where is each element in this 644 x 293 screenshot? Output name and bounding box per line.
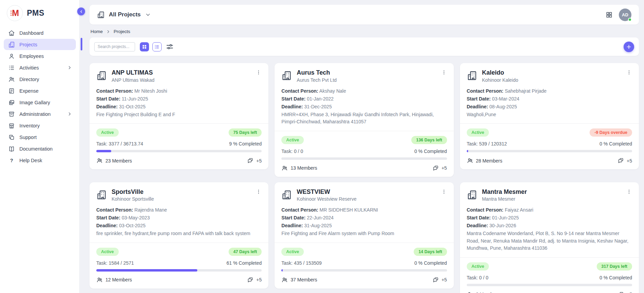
project-card-titles: Aurus Tech Aurus Tech Pvt Ltd xyxy=(297,69,336,83)
sidebar-item-activities[interactable]: Activities xyxy=(4,62,76,73)
sidebar-item-help-desk[interactable]: ? Help Desk xyxy=(4,155,76,166)
sidebar-item-dashboard[interactable]: Dashboard xyxy=(4,27,76,38)
filter-sliders-icon[interactable] xyxy=(166,43,174,51)
deadline-row: Deadline: 31-Dec-2025 xyxy=(281,103,447,111)
project-card[interactable]: ANP ULTIMAS ANP Ultimas Wakad Contact Pe… xyxy=(89,63,268,169)
kebab-menu-icon[interactable] xyxy=(626,69,632,76)
start-date-value: 11-Jun-2025 xyxy=(122,96,148,102)
chat-icon xyxy=(432,165,439,171)
kebab-menu-icon[interactable] xyxy=(255,69,262,76)
project-scope-dropdown[interactable]: All Projects xyxy=(97,11,151,19)
sidebar-collapse-button[interactable] xyxy=(77,7,85,15)
project-card-titles: Kaleido Kohinoor Kaleido xyxy=(482,69,518,83)
chat-group[interactable]: +5 xyxy=(432,277,447,283)
sidebar-item-projects[interactable]: Projects xyxy=(4,39,76,50)
task-count: Task: 435 / 153509 xyxy=(281,260,321,266)
start-date-label: Start Date: xyxy=(281,96,306,102)
project-card[interactable]: WESTVIEW Kohinoor Westview Reserve Conta… xyxy=(275,182,453,289)
card-footer: 28 Members +5 xyxy=(467,157,632,164)
sidebar-item-employees[interactable]: Employees xyxy=(4,50,76,62)
status-badge: Active xyxy=(96,248,119,256)
kebab-menu-icon[interactable] xyxy=(626,188,632,195)
project-title: ANP ULTIMAS xyxy=(112,69,154,76)
sidebar-item-expense[interactable]: Expense xyxy=(4,85,76,96)
card-divider xyxy=(89,243,268,243)
grid-view-button[interactable] xyxy=(140,42,149,51)
search-input[interactable] xyxy=(94,42,135,51)
chat-group[interactable]: +5 xyxy=(432,165,447,171)
members-group[interactable]: 13 Members xyxy=(281,165,317,171)
sidebar-active-indicator xyxy=(81,38,82,50)
project-card[interactable]: Kaleido Kohinoor Kaleido Contact Person:… xyxy=(460,63,639,169)
completed-percent: 0 % Completed xyxy=(414,149,447,154)
chat-group[interactable]: +5 xyxy=(617,291,632,293)
task-row: Task: 1584 / 2571 61 % Completed xyxy=(96,260,262,266)
sidebar-item-label: Administration xyxy=(19,111,51,117)
gallery-icon xyxy=(8,99,15,106)
sidebar-item-image-gallary[interactable]: Image Gallary xyxy=(4,97,76,108)
start-date-row: Start Date: 01-Jan-2022 xyxy=(281,95,447,103)
project-card[interactable]: Aurus Tech Aurus Tech Pvt Ltd Contact Pe… xyxy=(275,63,453,177)
members-group[interactable]: 3 Members xyxy=(467,291,500,293)
project-description: Fire Fighting and Fire Alarm system with… xyxy=(281,230,447,237)
start-date-row: Start Date: 11-Jun-2025 xyxy=(96,95,262,103)
sidebar-item-inventory[interactable]: Inventory xyxy=(4,120,76,131)
chevron-right-icon xyxy=(67,65,72,70)
completed-percent: 0 % Completed xyxy=(599,275,632,280)
members-count: 23 Members xyxy=(105,158,132,164)
project-description: fire sprinkler, fire hydrant,fire pump r… xyxy=(96,230,262,237)
completed-percent: 61 % Completed xyxy=(227,260,262,266)
members-icon xyxy=(467,157,473,164)
project-card[interactable]: Mantra Mesmer Mantra Mesmer Contact Pers… xyxy=(460,182,639,293)
chat-group[interactable]: +5 xyxy=(617,157,632,164)
project-description: Fire Fighting Project Building E and F xyxy=(96,111,262,119)
deadline-value: 03-Oct-2025 xyxy=(119,223,146,228)
project-card[interactable]: SportsVille Kohinoor Sportsville Contact… xyxy=(89,182,268,289)
project-description: Wagholi,Pune xyxy=(467,111,632,119)
kebab-menu-icon[interactable] xyxy=(441,69,447,76)
members-group[interactable]: 28 Members xyxy=(467,157,502,164)
kebab-menu-icon[interactable] xyxy=(441,188,447,195)
people-icon xyxy=(8,76,15,83)
sidebar-item-label: Documentation xyxy=(19,146,53,152)
progress-bar xyxy=(467,150,632,152)
breadcrumb-home[interactable]: Home xyxy=(90,29,103,34)
project-card-header: ANP ULTIMAS ANP Ultimas Wakad xyxy=(96,69,262,83)
card-footer: 37 Members +5 xyxy=(281,277,447,283)
copy-icon xyxy=(8,134,15,141)
chat-group[interactable]: +5 xyxy=(247,277,262,283)
project-card-header: Mantra Mesmer Mantra Mesmer xyxy=(467,188,632,202)
kebab-menu-icon[interactable] xyxy=(255,188,262,195)
start-date-label: Start Date: xyxy=(281,215,306,220)
sidebar-item-support[interactable]: Support xyxy=(4,132,76,143)
project-card-header: Kaleido Kohinoor Kaleido xyxy=(467,69,632,83)
chat-group[interactable]: +5 xyxy=(247,157,262,164)
contact-person-row: Contact Person: MR SIDDHESH KULKARNI xyxy=(281,206,447,214)
avatar[interactable]: AD xyxy=(619,9,631,21)
add-project-button[interactable] xyxy=(624,42,634,52)
contact-person-value: Akshay Nale xyxy=(319,88,346,94)
sidebar-item-administration[interactable]: Administration xyxy=(4,108,76,120)
status-badge: Active xyxy=(467,262,489,271)
badge-row: Active 14 Days left xyxy=(281,248,447,256)
chat-count: +5 xyxy=(442,277,447,282)
members-group[interactable]: 12 Members xyxy=(96,277,132,283)
status-badge: Active xyxy=(96,128,119,137)
card-footer: 13 Members +5 xyxy=(281,165,447,171)
badge-row: Active 136 Days left xyxy=(281,136,447,144)
chat-count: +5 xyxy=(627,158,632,164)
sidebar-item-documentation[interactable]: Documentation xyxy=(4,143,76,154)
contact-person-row: Contact Person: Rajendra Mane xyxy=(96,206,262,214)
task-count: Task: 0 / 0 xyxy=(281,149,303,154)
breadcrumb-projects[interactable]: Projects xyxy=(114,29,130,34)
chevron-right-icon xyxy=(106,30,110,34)
list-view-button[interactable] xyxy=(152,42,162,51)
members-group[interactable]: 37 Members xyxy=(281,277,317,283)
project-title: WESTVIEW xyxy=(297,188,357,196)
members-group[interactable]: 23 Members xyxy=(96,157,132,164)
contact-person-label: Contact Person: xyxy=(281,88,318,94)
apps-grid-icon[interactable] xyxy=(606,11,613,18)
contact-person-value: MR SIDDHESH KULKARNI xyxy=(319,207,378,213)
days-badge: 75 Days left xyxy=(229,128,262,137)
sidebar-item-directory[interactable]: Directory xyxy=(4,74,76,85)
